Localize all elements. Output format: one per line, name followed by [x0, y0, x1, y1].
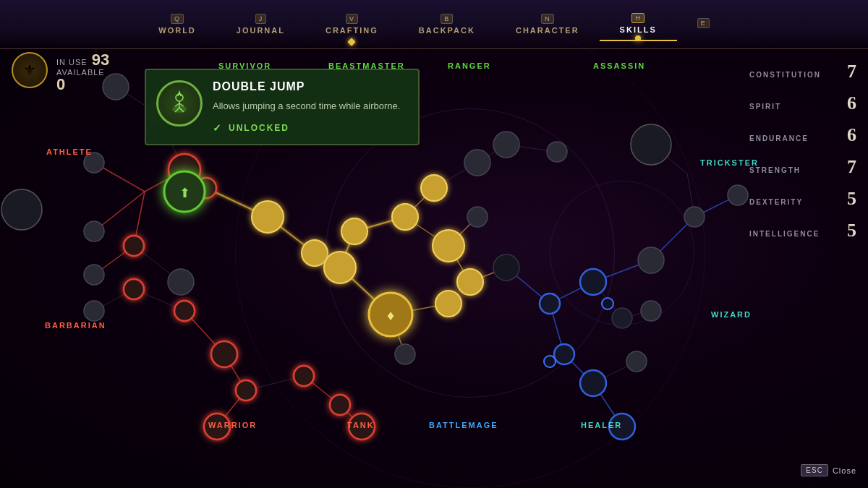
nav-item-character[interactable]: N CHARACTER: [495, 8, 600, 40]
in-use-value: 93: [92, 52, 109, 68]
label-warrior: WARRIOR: [208, 421, 257, 429]
nav-item-extra[interactable]: E: [677, 12, 730, 36]
svg-point-50: [84, 221, 104, 241]
svg-point-75: [211, 341, 237, 367]
svg-point-73: [124, 279, 144, 299]
nav-key-journal: J: [255, 14, 267, 24]
svg-point-59: [684, 207, 705, 227]
svg-point-65: [554, 344, 574, 364]
svg-point-72: [124, 236, 144, 256]
nav-label-journal: JOURNAL: [237, 26, 285, 35]
nav-item-journal[interactable]: J JOURNAL: [216, 8, 305, 40]
svg-point-99: [176, 94, 183, 101]
stat-value-endurance: 6: [847, 124, 856, 146]
svg-point-96: [602, 298, 613, 309]
svg-point-85: [392, 204, 418, 230]
svg-point-81: [252, 201, 284, 233]
stat-label-strength: STRENGTH: [749, 166, 801, 174]
svg-point-83: [324, 252, 356, 283]
svg-text:⬆: ⬆: [179, 186, 190, 200]
svg-point-74: [174, 301, 195, 321]
esc-key: ESC: [801, 464, 828, 476]
skill-tooltip: DOUBLE JUMP Allows jumping a second time…: [145, 69, 420, 145]
top-navigation: Q WORLD J JOURNAL V CRAFTING B BACKPACK …: [0, 0, 868, 49]
stats-panel: CONSTITUTION 7 SPIRIT 6 ENDURANCE 6 STRE…: [738, 49, 868, 263]
svg-point-55: [631, 124, 671, 165]
svg-point-64: [540, 294, 560, 314]
svg-point-62: [395, 344, 415, 364]
svg-point-48: [1, 189, 42, 230]
stat-strength: STRENGTH 7: [749, 156, 856, 178]
svg-point-56: [493, 254, 519, 281]
svg-point-82: [302, 240, 328, 266]
close-hint: ESC Close: [801, 464, 856, 476]
nav-item-backpack[interactable]: B BACKPACK: [399, 8, 495, 40]
stat-value-strength: 7: [847, 156, 856, 178]
svg-text:♦: ♦: [387, 307, 394, 323]
stat-endurance: ENDURANCE 6: [749, 124, 856, 146]
stat-value-intelligence: 5: [847, 220, 856, 241]
svg-point-79: [330, 395, 350, 415]
nav-label-backpack: BACKPACK: [419, 26, 475, 35]
tooltip-title: DOUBLE JUMP: [213, 80, 408, 93]
svg-point-78: [294, 366, 314, 386]
svg-point-58: [638, 247, 664, 273]
stat-label-dexterity: DEXTERITY: [749, 198, 803, 206]
stat-value-dexterity: 5: [847, 188, 856, 210]
stat-constitution: CONSTITUTION 7: [749, 61, 856, 82]
svg-point-57: [467, 207, 488, 227]
available-value: 0: [56, 75, 65, 93]
points-values: IN USE 93 AVAILABLE 0: [56, 52, 109, 93]
tooltip-description: Allows jumping a second time while airbo…: [213, 99, 408, 114]
svg-point-68: [612, 308, 632, 328]
tooltip-skill-icon: [156, 80, 203, 127]
tooltip-status: ✓ UNLOCKED: [213, 122, 408, 134]
nav-item-skills[interactable]: H SKILLS: [600, 7, 677, 41]
label-assassin: ASSASSIN: [593, 61, 645, 70]
points-panel: ⚜ IN USE 93 AVAILABLE 0: [12, 52, 109, 93]
tooltip-content: DOUBLE JUMP Allows jumping a second time…: [213, 80, 408, 134]
nav-key-skills: H: [631, 13, 644, 23]
svg-point-87: [433, 230, 464, 262]
stat-label-spirit: SPIRIT: [749, 103, 781, 111]
stat-value-constitution: 7: [847, 61, 856, 82]
label-athlete: ATHLETE: [46, 147, 93, 156]
label-ranger: RANGER: [448, 61, 491, 70]
nav-label-crafting: CRAFTING: [326, 26, 378, 35]
stat-value-spirit: 6: [847, 93, 856, 114]
stat-intelligence: INTELLIGENCE 5: [749, 220, 856, 241]
label-barbarian: BARBARIAN: [45, 321, 106, 330]
stat-spirit: SPIRIT 6: [749, 93, 856, 114]
svg-point-54: [547, 142, 567, 162]
nav-label-character: CHARACTER: [516, 26, 579, 35]
unlocked-checkmark: ✓: [213, 122, 223, 134]
nav-label-world: WORLD: [158, 26, 196, 35]
svg-point-95: [464, 150, 490, 176]
svg-point-51: [84, 265, 104, 285]
label-wizard: WIZARD: [711, 310, 752, 319]
points-icon: ⚜: [12, 52, 48, 88]
svg-point-52: [84, 301, 104, 321]
nav-items: Q WORLD J JOURNAL V CRAFTING B BACKPACK …: [138, 7, 730, 41]
svg-point-66: [580, 370, 606, 396]
unlocked-label: UNLOCKED: [229, 123, 289, 133]
stat-label-endurance: ENDURANCE: [749, 134, 809, 142]
nav-key-extra: E: [697, 18, 710, 28]
svg-point-69: [641, 301, 661, 321]
stat-label-intelligence: INTELLIGENCE: [749, 230, 820, 238]
svg-point-88: [457, 269, 483, 295]
label-healer: HEALER: [581, 421, 622, 429]
svg-point-97: [544, 356, 556, 367]
svg-point-61: [626, 351, 647, 372]
svg-point-86: [421, 175, 447, 201]
label-battlemage: BATTLEMAGE: [429, 421, 498, 429]
nav-item-world[interactable]: Q WORLD: [138, 8, 216, 40]
label-tank: TANK: [347, 421, 375, 429]
stat-label-constitution: CONSTITUTION: [749, 71, 821, 79]
nav-label-skills: SKILLS: [620, 25, 657, 34]
close-label: Close: [833, 466, 856, 475]
svg-point-84: [341, 218, 367, 244]
nav-key-world: Q: [171, 14, 184, 24]
nav-key-crafting: V: [346, 14, 358, 24]
nav-item-crafting[interactable]: V CRAFTING: [305, 8, 399, 40]
